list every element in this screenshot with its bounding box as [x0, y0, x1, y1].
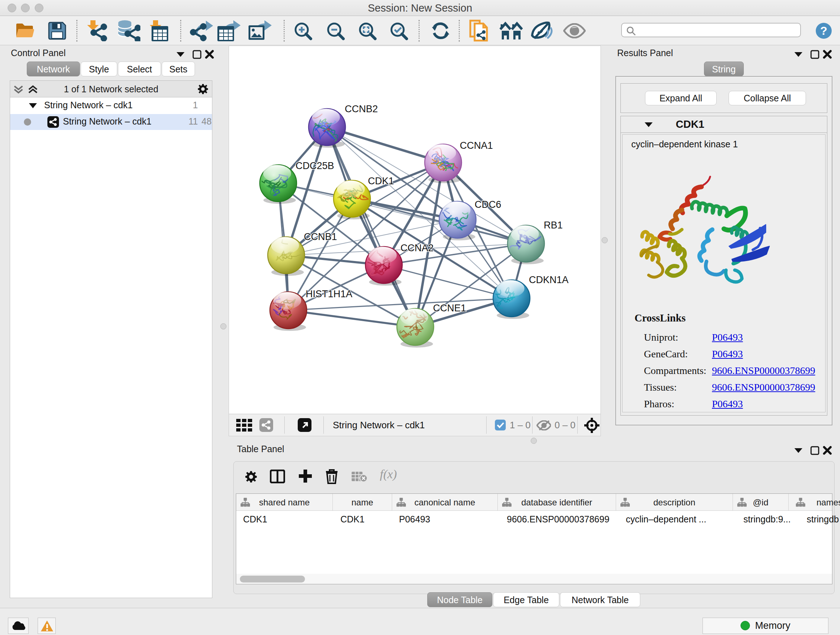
svg-text:CCNA2: CCNA2: [401, 242, 434, 253]
svg-text:CDC25B: CDC25B: [295, 160, 334, 171]
svg-text:CCNB1: CCNB1: [304, 231, 337, 242]
svg-text:CDK1: CDK1: [368, 176, 394, 187]
svg-text:CCNA1: CCNA1: [460, 140, 493, 151]
svg-text:CCNB2: CCNB2: [345, 103, 378, 114]
svg-text:CCNE1: CCNE1: [433, 302, 466, 314]
svg-text:RB1: RB1: [544, 220, 563, 231]
svg-text:CDKN1A: CDKN1A: [529, 274, 569, 285]
svg-text:CDC6: CDC6: [475, 199, 501, 210]
svg-text:HIST1H1A: HIST1H1A: [306, 288, 352, 299]
svg-text:?: ?: [820, 24, 827, 37]
